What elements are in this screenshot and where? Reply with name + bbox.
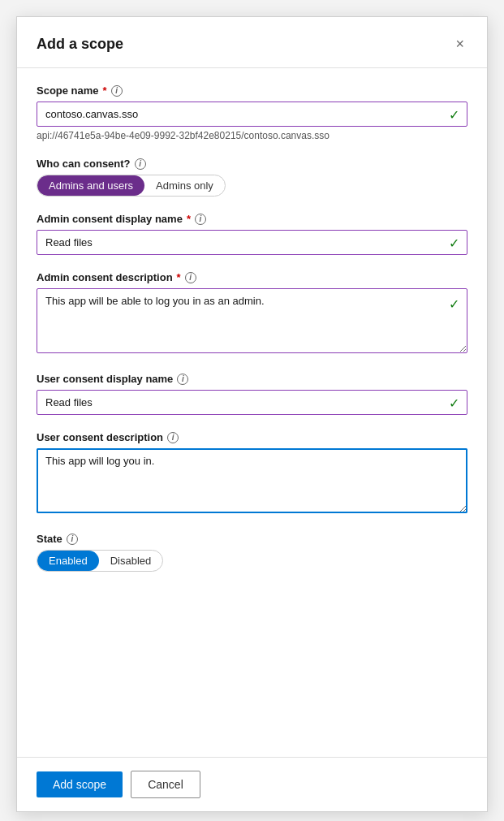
who-can-consent-info-icon[interactable]: i: [135, 158, 146, 170]
user-consent-display-name-input[interactable]: [37, 390, 467, 415]
admin-consent-description-info-icon[interactable]: i: [185, 272, 196, 283]
user-consent-display-name-info-icon[interactable]: i: [177, 374, 188, 385]
admin-consent-description-check-icon: ✓: [449, 296, 459, 312]
user-consent-display-name-field: User consent display name i ✓: [37, 373, 467, 415]
admin-consent-display-name-input-wrapper: ✓: [37, 230, 467, 255]
enabled-option[interactable]: Enabled: [37, 551, 99, 571]
state-label: State i: [37, 533, 467, 545]
state-field: State i Enabled Disabled: [37, 533, 467, 572]
required-indicator: *: [103, 84, 107, 97]
user-consent-description-field: User consent description i This app will…: [37, 431, 467, 516]
user-consent-description-input[interactable]: This app will log you in.: [37, 448, 467, 513]
scope-name-input-wrapper: ✓: [37, 102, 467, 127]
admin-consent-display-name-field: Admin consent display name * i ✓: [37, 213, 467, 255]
admin-consent-display-name-info-icon[interactable]: i: [195, 214, 206, 225]
who-can-consent-toggle: Admins and users Admins only: [37, 175, 226, 197]
user-consent-display-name-input-wrapper: ✓: [37, 390, 467, 415]
user-consent-display-name-check-icon: ✓: [449, 395, 459, 410]
admins-only-option[interactable]: Admins only: [144, 175, 225, 196]
user-consent-description-label: User consent description i: [37, 431, 467, 443]
admin-consent-display-name-check-icon: ✓: [449, 235, 459, 250]
disabled-option[interactable]: Disabled: [99, 551, 163, 571]
scope-name-check-icon: ✓: [449, 106, 459, 122]
dialog-body: Scope name * i ✓ api://46741e5a-94be-4e0…: [17, 68, 487, 757]
scope-api-uri: api://46741e5a-94be-4e09-9992-32bf42e802…: [37, 130, 467, 141]
admin-consent-description-wrapper: This app will be able to log you in as a…: [37, 288, 467, 356]
dialog-header: Add a scope ×: [17, 17, 487, 68]
scope-name-info-icon[interactable]: i: [111, 85, 123, 97]
admin-consent-description-input[interactable]: This app will be able to log you in as a…: [37, 288, 467, 353]
user-consent-display-name-label: User consent display name i: [37, 373, 467, 385]
admin-consent-display-name-input[interactable]: [37, 230, 467, 255]
user-consent-description-wrapper: This app will log you in.: [37, 448, 467, 516]
who-can-consent-field: Who can consent? i Admins and users Admi…: [37, 158, 467, 197]
admin-consent-display-name-label: Admin consent display name * i: [37, 213, 467, 225]
scope-name-input[interactable]: [37, 102, 467, 127]
dialog-title: Add a scope: [37, 36, 123, 53]
add-scope-button[interactable]: Add scope: [37, 771, 123, 797]
add-scope-dialog: Add a scope × Scope name * i ✓ api://467…: [16, 16, 488, 812]
required-indicator: *: [177, 271, 181, 283]
who-can-consent-label: Who can consent? i: [37, 158, 467, 170]
close-button[interactable]: ×: [452, 33, 467, 54]
scope-name-label: Scope name * i: [37, 84, 467, 97]
required-indicator: *: [187, 213, 191, 225]
admins-and-users-option[interactable]: Admins and users: [37, 175, 144, 196]
cancel-button[interactable]: Cancel: [131, 771, 200, 798]
admin-consent-description-field: Admin consent description * i This app w…: [37, 271, 467, 356]
scope-name-field: Scope name * i ✓ api://46741e5a-94be-4e0…: [37, 84, 467, 141]
dialog-footer: Add scope Cancel: [17, 757, 487, 811]
user-consent-description-info-icon[interactable]: i: [167, 432, 179, 443]
admin-consent-description-label: Admin consent description * i: [37, 271, 467, 283]
state-info-icon[interactable]: i: [67, 534, 78, 545]
state-toggle: Enabled Disabled: [37, 550, 163, 572]
